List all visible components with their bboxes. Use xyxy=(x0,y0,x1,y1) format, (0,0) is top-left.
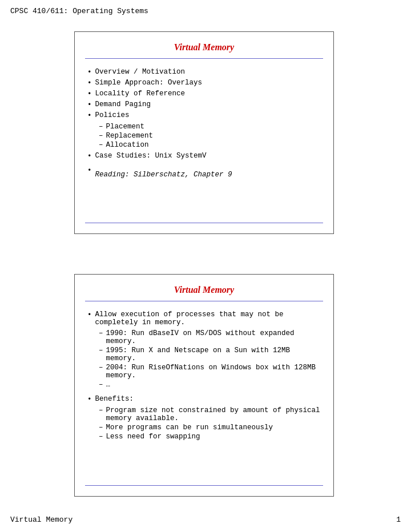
list-item: • Policies xyxy=(87,110,321,121)
list-item: – 1995: Run X and Netscape on a Sun with… xyxy=(99,346,321,363)
page-header: CPSC 410/611: Operating Systems xyxy=(10,7,148,15)
dash-icon: – xyxy=(99,346,103,354)
list-item: – 1990: Run dBaseIV on MS/DOS without ex… xyxy=(99,329,321,346)
slide2-content: • Allow execution of processes that may … xyxy=(75,307,333,460)
dash-icon: – xyxy=(99,381,103,389)
list-item: – 2004: Run RiseOfNations on Windows box… xyxy=(99,363,321,380)
bullet-icon: • xyxy=(87,101,92,109)
bullet-icon: • xyxy=(87,68,92,76)
footer-left: Virtual Memory xyxy=(10,515,72,524)
slide1-reading-list: • Reading: Silberschatz, Chapter 9 xyxy=(87,165,321,180)
list-item: – … xyxy=(99,380,321,389)
list-item: – Less need for swapping xyxy=(99,432,321,441)
list-item: • Simple Approach: Overlays xyxy=(87,78,321,88)
dash-icon: – xyxy=(99,329,103,337)
list-item: • Demand Paging xyxy=(87,99,321,110)
slide1-title: Virtual Memory xyxy=(75,32,333,58)
list-item: • Locality of Reference xyxy=(87,88,321,99)
list-item: • Overview / Motivation xyxy=(87,67,321,78)
bullet-icon: • xyxy=(87,396,92,404)
list-item: • Case Studies: Unix SystemV xyxy=(87,151,321,162)
bullet-icon: • xyxy=(87,167,92,175)
slide-card-1: Virtual Memory • Overview / Motivation •… xyxy=(74,31,334,234)
slide2-main-bullet: • Allow execution of processes that may … xyxy=(87,309,321,328)
dash-icon: – xyxy=(99,433,103,441)
bullet-icon: • xyxy=(87,152,92,160)
bullet-icon: • xyxy=(87,79,92,87)
slide1-content: • Overview / Motivation • Simple Approac… xyxy=(75,65,333,197)
list-item: – Allocation xyxy=(99,140,321,150)
slide-card-2: Virtual Memory • Allow execution of proc… xyxy=(74,274,334,497)
slide1-top-divider xyxy=(85,58,323,59)
list-item: • Allow execution of processes that may … xyxy=(87,309,321,328)
slide1-bottom-divider xyxy=(85,223,323,223)
dash-icon: – xyxy=(99,123,103,131)
slide1-sub-list: – Placement – Replacement – Allocation xyxy=(99,122,321,150)
list-item: – Replacement xyxy=(99,131,321,140)
list-item: – More programs can be run simultaneousl… xyxy=(99,423,321,432)
bullet-icon: • xyxy=(87,112,92,120)
bullet-icon: • xyxy=(87,90,92,98)
bullet-icon: • xyxy=(87,311,92,319)
dash-icon: – xyxy=(99,364,103,372)
dash-icon: – xyxy=(99,132,103,140)
dash-icon: – xyxy=(99,141,103,149)
list-item: • Benefits: xyxy=(87,394,321,405)
slide2-bottom-divider xyxy=(85,485,323,486)
list-item: • Reading: Silberschatz, Chapter 9 xyxy=(87,165,321,180)
footer-right: 1 xyxy=(396,515,401,524)
list-item: – Placement xyxy=(99,122,321,131)
dash-icon: – xyxy=(99,406,103,414)
slide2-top-divider xyxy=(85,301,323,301)
slide2-sub-list-1: – 1990: Run dBaseIV on MS/DOS without ex… xyxy=(99,329,321,389)
list-item: – Program size not constrained by amount… xyxy=(99,406,321,423)
slide2-sub-list-2: – Program size not constrained by amount… xyxy=(99,406,321,441)
slide1-bullet-list: • Overview / Motivation • Simple Approac… xyxy=(87,67,321,121)
dash-icon: – xyxy=(99,424,103,432)
slide2-title: Virtual Memory xyxy=(75,275,333,301)
slide2-benefits-bullet: • Benefits: xyxy=(87,394,321,405)
slide1-bullet-list-2: • Case Studies: Unix SystemV xyxy=(87,151,321,162)
